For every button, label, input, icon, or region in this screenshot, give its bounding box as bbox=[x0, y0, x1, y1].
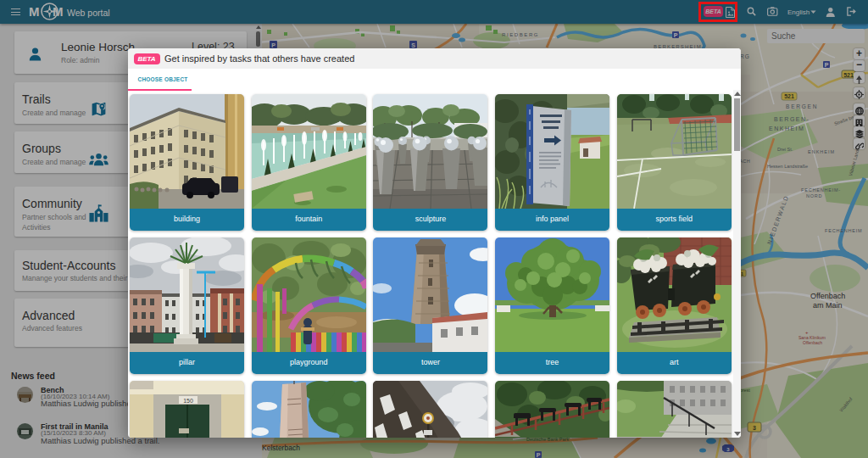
svg-text:150: 150 bbox=[183, 398, 193, 404]
